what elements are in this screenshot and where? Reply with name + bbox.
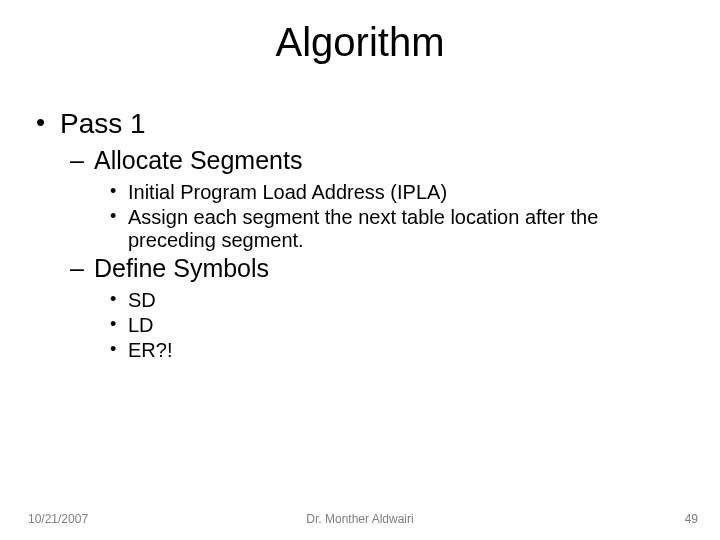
bullet-pass1: Pass 1 bbox=[32, 108, 688, 140]
footer-page-number: 49 bbox=[685, 512, 698, 526]
bullet-allocate: Allocate Segments bbox=[32, 146, 688, 175]
bullet-sd: SD bbox=[32, 289, 688, 312]
bullet-define: Define Symbols bbox=[32, 254, 688, 283]
slide-title: Algorithm bbox=[0, 20, 720, 65]
bullet-assign: Assign each segment the next table locat… bbox=[32, 206, 688, 252]
bullet-ld: LD bbox=[32, 314, 688, 337]
slide-body: Pass 1 Allocate Segments Initial Program… bbox=[32, 108, 688, 364]
slide: Algorithm Pass 1 Allocate Segments Initi… bbox=[0, 0, 720, 540]
bullet-er: ER?! bbox=[32, 339, 688, 362]
bullet-ipla: Initial Program Load Address (IPLA) bbox=[32, 181, 688, 204]
footer-author: Dr. Monther Aldwairi bbox=[0, 512, 720, 526]
